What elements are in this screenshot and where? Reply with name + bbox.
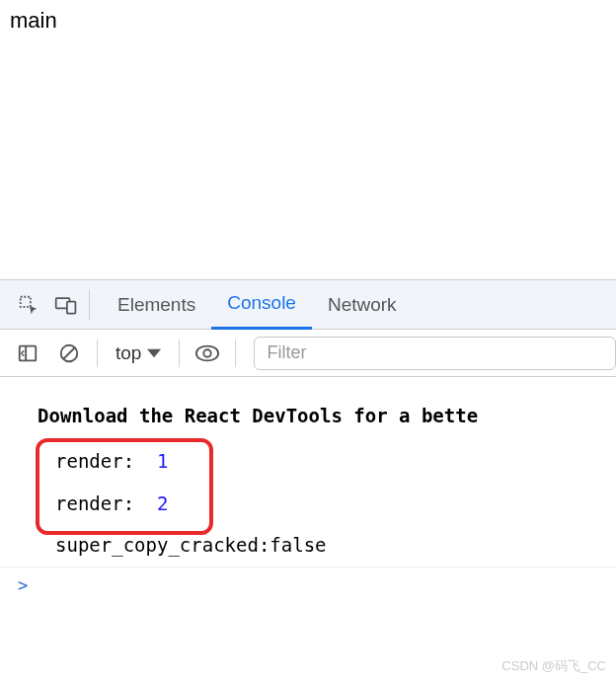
page-content: main [0, 0, 616, 279]
tab-console[interactable]: Console [211, 280, 312, 330]
tab-label: Console [227, 292, 296, 314]
separator [179, 340, 180, 367]
watermark: CSDN @码飞_CC [501, 657, 606, 675]
tab-network[interactable]: Network [312, 280, 413, 330]
clear-console-icon[interactable] [51, 336, 87, 371]
svg-point-7 [204, 349, 211, 356]
devtools-tabs: Elements Console Network [0, 280, 616, 330]
tab-label: Network [328, 294, 397, 316]
tab-label: Elements [117, 294, 195, 316]
context-label: top [116, 342, 141, 364]
tab-elements[interactable]: Elements [102, 280, 211, 330]
chevron-down-icon [147, 346, 161, 360]
inspect-icon[interactable] [10, 280, 47, 330]
sidebar-toggle-icon[interactable] [10, 336, 45, 371]
filter-input[interactable] [254, 337, 616, 370]
svg-rect-0 [21, 296, 31, 306]
console-prompt[interactable]: > [0, 567, 616, 603]
console-toolbar: top [0, 330, 616, 377]
page-text: main [10, 8, 57, 33]
console-log-line: render: 1 [0, 440, 616, 482]
live-expression-icon[interactable] [190, 336, 225, 371]
devtools-panel: Elements Console Network top [0, 279, 616, 603]
separator [235, 340, 236, 367]
context-selector[interactable]: top [108, 342, 169, 364]
console-message: Download the React DevTools for a bette [0, 395, 616, 440]
console-log-line: super_copy_cracked:false [0, 524, 616, 566]
console-log-line: render: 2 [0, 483, 616, 524]
console-output: Download the React DevTools for a bette … [0, 377, 616, 567]
log-value: 2 [157, 492, 168, 514]
separator [97, 340, 98, 367]
separator [89, 289, 90, 321]
svg-rect-2 [67, 301, 76, 313]
svg-line-6 [64, 347, 75, 358]
device-toolbar-icon[interactable] [47, 280, 85, 330]
prompt-symbol: > [18, 575, 28, 595]
log-value: 1 [157, 450, 168, 472]
